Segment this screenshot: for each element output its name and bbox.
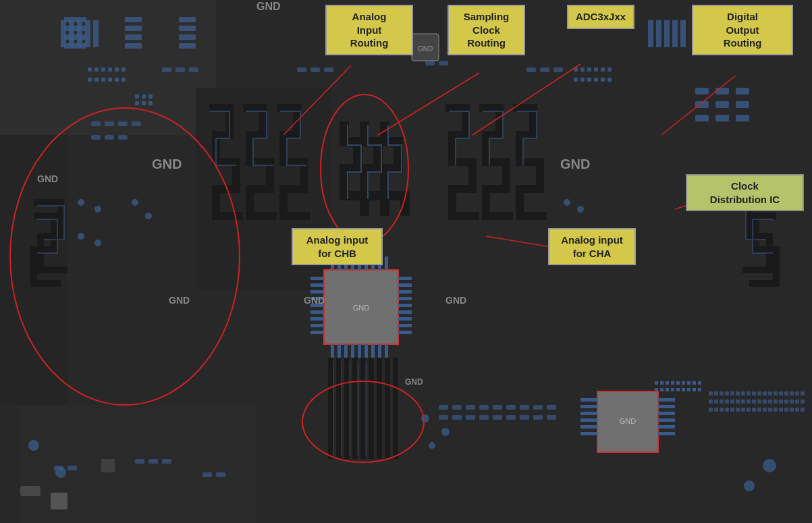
svg-rect-45 [574, 78, 578, 82]
svg-rect-121 [660, 381, 664, 385]
svg-text:GND: GND [256, 1, 281, 12]
svg-rect-112 [580, 425, 597, 429]
svg-rect-239 [747, 408, 751, 412]
svg-text:GND: GND [304, 295, 325, 306]
svg-rect-126 [687, 381, 691, 385]
svg-rect-159 [118, 135, 128, 140]
svg-rect-213 [801, 391, 805, 395]
svg-rect-186 [547, 405, 556, 410]
svg-rect-244 [774, 408, 778, 412]
svg-rect-99 [344, 344, 348, 358]
svg-rect-133 [676, 388, 680, 391]
svg-rect-37 [142, 101, 146, 105]
svg-rect-129 [655, 388, 658, 391]
svg-rect-122 [666, 381, 669, 385]
svg-rect-297 [85, 20, 90, 47]
svg-rect-236 [730, 408, 734, 412]
svg-rect-71 [310, 283, 324, 287]
svg-rect-191 [493, 415, 502, 420]
svg-rect-81 [398, 290, 412, 294]
svg-text:GND: GND [620, 417, 637, 425]
svg-rect-298 [93, 20, 99, 47]
svg-rect-156 [132, 121, 141, 126]
svg-rect-160 [162, 67, 171, 72]
svg-rect-199 [725, 391, 729, 395]
svg-rect-131 [666, 388, 669, 391]
svg-rect-176 [202, 472, 212, 477]
svg-rect-115 [658, 405, 675, 408]
svg-text:GND: GND [169, 295, 190, 306]
svg-rect-83 [398, 304, 412, 307]
svg-rect-230 [795, 400, 799, 404]
svg-rect-109 [580, 405, 597, 408]
svg-rect-101 [358, 344, 361, 358]
svg-rect-207 [768, 391, 772, 395]
svg-rect-171 [135, 459, 144, 464]
svg-rect-242 [763, 408, 767, 412]
svg-rect-292 [672, 20, 678, 47]
svg-rect-198 [720, 391, 724, 395]
svg-rect-87 [398, 331, 412, 334]
svg-text:GND: GND [152, 157, 182, 171]
svg-rect-105 [385, 344, 388, 358]
svg-rect-48 [594, 78, 598, 82]
svg-rect-108 [580, 398, 597, 402]
svg-rect-179 [452, 405, 462, 410]
svg-rect-212 [795, 391, 799, 395]
svg-rect-120 [655, 381, 658, 385]
svg-rect-33 [135, 94, 139, 99]
svg-rect-38 [148, 101, 153, 105]
svg-rect-110 [580, 412, 597, 415]
svg-rect-246 [784, 408, 788, 412]
svg-point-271 [55, 467, 66, 478]
svg-rect-163 [297, 67, 306, 72]
svg-rect-119 [658, 432, 675, 435]
svg-rect-36 [135, 101, 139, 105]
svg-rect-228 [784, 400, 788, 404]
svg-rect-234 [720, 408, 724, 412]
svg-rect-288 [101, 459, 115, 472]
svg-rect-218 [730, 400, 734, 404]
svg-rect-293 [680, 20, 686, 47]
svg-rect-240 [752, 408, 756, 412]
svg-rect-44 [607, 67, 612, 72]
svg-rect-205 [757, 391, 761, 395]
svg-rect-282 [736, 101, 749, 108]
svg-rect-287 [51, 493, 67, 510]
svg-rect-116 [658, 412, 675, 415]
svg-rect-169 [540, 67, 549, 72]
svg-rect-220 [741, 400, 745, 404]
svg-rect-283 [695, 115, 709, 121]
svg-point-269 [429, 442, 435, 449]
svg-point-267 [421, 414, 429, 422]
svg-rect-291 [664, 20, 670, 47]
svg-rect-14 [125, 34, 142, 40]
svg-rect-211 [790, 391, 794, 395]
svg-rect-202 [741, 391, 745, 395]
svg-rect-113 [580, 432, 597, 435]
svg-rect-47 [587, 78, 591, 82]
svg-rect-223 [757, 400, 761, 404]
svg-rect-132 [671, 388, 674, 391]
svg-rect-103 [371, 344, 375, 358]
svg-rect-153 [91, 121, 101, 126]
svg-rect-21 [88, 67, 92, 72]
svg-rect-290 [656, 20, 661, 47]
svg-rect-78 [310, 331, 324, 334]
svg-rect-193 [520, 415, 529, 420]
svg-rect-42 [594, 67, 598, 72]
svg-rect-165 [324, 67, 333, 72]
svg-rect-18 [179, 34, 196, 40]
svg-rect-188 [452, 415, 462, 420]
svg-rect-76 [310, 317, 324, 321]
svg-rect-86 [398, 324, 412, 327]
svg-rect-208 [774, 391, 778, 395]
svg-rect-203 [747, 391, 751, 395]
svg-rect-70 [310, 277, 324, 280]
svg-rect-136 [693, 388, 696, 391]
svg-rect-35 [148, 94, 153, 99]
svg-rect-41 [587, 67, 591, 72]
svg-point-260 [94, 240, 101, 246]
svg-rect-85 [398, 317, 412, 321]
svg-rect-285 [736, 115, 749, 121]
